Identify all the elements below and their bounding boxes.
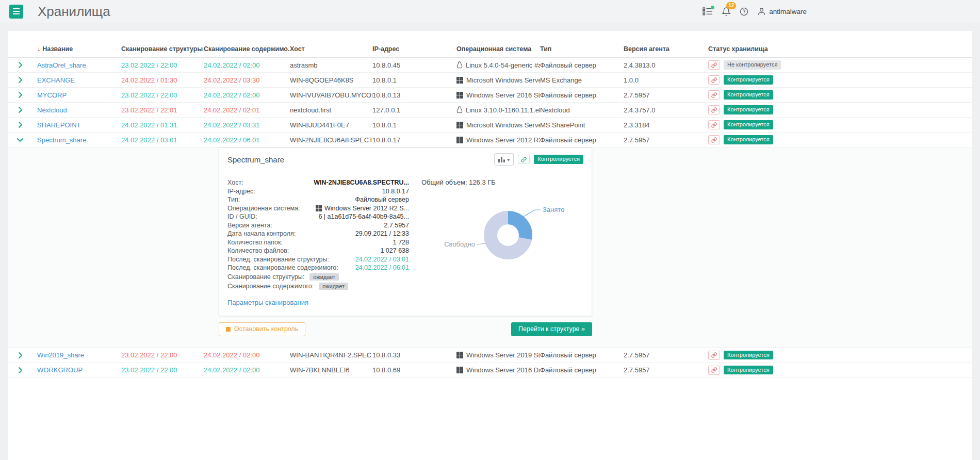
- scan-params-link[interactable]: Параметры сканирования: [227, 299, 308, 306]
- ip-cell: 10.8.0.1: [372, 76, 456, 84]
- windows-icon: [456, 77, 463, 84]
- type-cell: Файловый сервер: [540, 91, 624, 99]
- table-header-row: ↓Название Сканирование структуры Сканиро…: [8, 40, 972, 58]
- tasks-icon[interactable]: [703, 7, 713, 15]
- storage-name-link[interactable]: SHAREPOINT: [37, 121, 81, 129]
- link-icon-button[interactable]: [708, 75, 720, 85]
- chart-dropdown-button[interactable]: ▾: [494, 153, 514, 166]
- os-cell: Windows Server 2019 Stan...: [456, 351, 540, 359]
- link-icon-button[interactable]: [708, 351, 720, 360]
- expand-chevron-icon[interactable]: [17, 76, 24, 84]
- caret-down-icon: ▾: [507, 157, 510, 162]
- status-badge: Контролируется: [724, 351, 773, 360]
- agent-version-cell: 1.0.0: [624, 76, 708, 84]
- table-row-expanded[interactable]: Spectrum_share 24.02.2022 / 03:01 24.02.…: [8, 133, 972, 147]
- link-icon-button[interactable]: [708, 120, 720, 129]
- collapse-chevron-icon[interactable]: [16, 137, 24, 143]
- pending-badge: ожидает: [309, 273, 339, 281]
- scan-content-date: 24.02.2022 / 02:00: [204, 91, 290, 99]
- column-header-name[interactable]: ↓Название: [37, 45, 121, 53]
- windows-icon: [316, 205, 322, 211]
- column-header-status[interactable]: Статус хранилища: [708, 45, 972, 53]
- pending-badge: ожидает: [319, 283, 348, 290]
- scan-content-date: 24.02.2022 / 02:00: [204, 351, 290, 359]
- expand-chevron-icon[interactable]: [17, 61, 24, 69]
- status-badge: Контролируется: [724, 135, 773, 144]
- column-header-scan-structure[interactable]: Сканирование структуры: [121, 45, 204, 53]
- agent-version-cell: 2.7.5957: [624, 351, 708, 359]
- expanded-row-panel: Spectrum_share ▾ Контролируется Хост:WIN…: [8, 147, 972, 348]
- sort-desc-icon[interactable]: ↓: [37, 45, 40, 53]
- column-header-host[interactable]: Хост: [290, 45, 372, 53]
- detail-field-host: Хост:WIN-2NJIE8CU6A8.SPECTRU...: [227, 178, 409, 187]
- linux-icon: [456, 61, 463, 69]
- agent-version-cell: 2.7.5957: [624, 366, 708, 374]
- storage-name-link[interactable]: Win2019_share: [37, 351, 84, 359]
- expand-chevron-icon[interactable]: [17, 121, 24, 129]
- agent-version-cell: 2.4.3813.0: [624, 61, 708, 69]
- type-cell: Файловый сервер: [540, 366, 624, 374]
- os-cell: Windows Server 2016 Dat...: [456, 366, 540, 374]
- table-row[interactable]: AstraOrel_share 23.02.2022 / 22:00 24.02…: [8, 58, 972, 73]
- link-icon-button[interactable]: [708, 90, 720, 100]
- detail-field-content-scan-state: Сканирование содержимого:ожидает: [227, 282, 409, 291]
- os-cell: Microsoft Windows Server...: [456, 76, 540, 84]
- table-row[interactable]: Nextcloud 23.02.2022 / 22:01 24.02.2022 …: [8, 103, 972, 118]
- link-icon-button[interactable]: [518, 155, 530, 164]
- column-header-type[interactable]: Тип: [540, 45, 624, 53]
- scan-structure-date: 24.02.2022 / 03:01: [121, 136, 204, 144]
- detail-field-type: Тип:Файловый сервер: [227, 195, 409, 204]
- storage-name-link[interactable]: EXCHANGE: [37, 76, 75, 84]
- table-row[interactable]: Win2019_share 23.02.2022 / 22:00 24.02.2…: [8, 348, 972, 363]
- link-icon-button[interactable]: [708, 135, 720, 144]
- storage-name-link[interactable]: AstraOrel_share: [37, 61, 86, 69]
- type-cell: Файловый сервер: [540, 136, 624, 144]
- scan-structure-date: 23.02.2022 / 22:01: [121, 106, 204, 114]
- user-icon: [757, 7, 766, 16]
- capacity-donut-chart: Занято Свободно: [421, 186, 597, 284]
- storage-name-link[interactable]: WORKGROUP: [37, 366, 83, 374]
- storage-name-link[interactable]: Spectrum_share: [37, 136, 86, 144]
- scan-structure-date: 23.02.2022 / 22:00: [121, 61, 204, 69]
- detail-field-guid: ID / GUID:6 | a1a61d75-6a4f-40b9-8a45...: [227, 212, 409, 221]
- ip-cell: 10.8.0.13: [372, 91, 456, 99]
- column-header-agent-version[interactable]: Версия агента: [624, 45, 708, 53]
- ip-cell: 10.8.0.17: [372, 136, 456, 144]
- table-row[interactable]: WORKGROUP 23.02.2022 / 22:00 24.02.2022 …: [8, 363, 972, 378]
- expand-chevron-icon[interactable]: [17, 91, 24, 99]
- os-cell: Linux 5.4.0-54-generic #as...: [456, 61, 540, 69]
- table-row[interactable]: EXCHANGE 24.02.2022 / 01:30 24.02.2022 /…: [8, 73, 972, 88]
- storage-name-link[interactable]: MYCORP: [37, 91, 67, 99]
- status-badge: Контролируется: [724, 120, 773, 129]
- column-header-os[interactable]: Операционная система: [456, 45, 540, 53]
- expand-chevron-icon[interactable]: [17, 366, 24, 374]
- expand-chevron-icon[interactable]: [17, 351, 24, 359]
- scan-structure-date: 24.02.2022 / 01:31: [121, 121, 204, 129]
- type-cell: Файловый сервер: [540, 61, 624, 69]
- link-icon-button[interactable]: [708, 60, 720, 70]
- online-status-dot: [711, 6, 714, 9]
- user-menu[interactable]: antimalware: [757, 7, 807, 16]
- host-cell: WIN-IVUVAIB7OBU.MYCORP....: [290, 91, 372, 99]
- notifications-count-badge: 12: [726, 2, 736, 9]
- stop-control-button[interactable]: Остановить контроль: [219, 322, 305, 336]
- storage-name-link[interactable]: Nextcloud: [37, 106, 67, 114]
- column-header-scan-content[interactable]: Сканирование содержимо...: [204, 45, 290, 53]
- menu-button[interactable]: [9, 5, 23, 19]
- column-header-ip[interactable]: IP-адрес: [372, 45, 456, 53]
- storage-detail-card: Spectrum_share ▾ Контролируется Хост:WIN…: [219, 147, 592, 316]
- scan-content-date: 24.02.2022 / 02:01: [204, 106, 290, 114]
- help-icon[interactable]: [740, 7, 748, 16]
- table-row[interactable]: SHAREPOINT 24.02.2022 / 01:31 24.02.2022…: [8, 118, 972, 133]
- scan-structure-date: 23.02.2022 / 22:00: [121, 366, 204, 374]
- scan-content-date: 24.02.2022 / 06:01: [204, 136, 290, 144]
- table-row[interactable]: MYCORP 23.02.2022 / 22:00 24.02.2022 / 0…: [8, 88, 972, 103]
- notifications-bell-icon[interactable]: 12: [722, 7, 731, 17]
- expand-chevron-icon[interactable]: [17, 106, 24, 114]
- windows-icon: [456, 367, 463, 373]
- detail-fields: Хост:WIN-2NJIE8CU6A8.SPECTRU... IP-адрес…: [227, 178, 409, 314]
- agent-version-cell: 2.3.3184: [624, 121, 708, 129]
- link-icon-button[interactable]: [708, 366, 720, 375]
- link-icon-button[interactable]: [708, 105, 720, 114]
- goto-structure-button[interactable]: Перейти к структуре »: [511, 322, 592, 336]
